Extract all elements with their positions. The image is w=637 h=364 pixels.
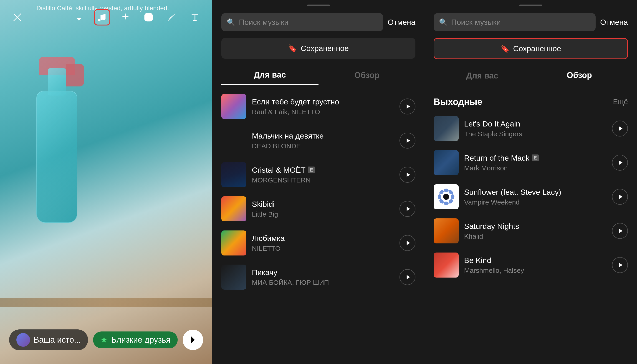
- song-artist: DEAD BLONDE: [252, 142, 394, 150]
- music-item[interactable]: Return of the MackEMark Morrison: [424, 146, 637, 180]
- sparkle-button[interactable]: [117, 9, 134, 26]
- song-artist: Vampire Weekend: [464, 198, 606, 206]
- section-more[interactable]: Ещё: [613, 98, 628, 106]
- song-artist: MORGENSHTERN: [252, 176, 394, 184]
- drag-handle: [520, 4, 542, 6]
- music-button[interactable]: [94, 9, 110, 26]
- your-story-label: Ваша исто...: [34, 335, 81, 345]
- tabs-row: Для вас Обзор: [212, 66, 424, 85]
- table-surface: [0, 298, 212, 307]
- song-artist: Little Big: [252, 210, 394, 218]
- saved-button[interactable]: 🔖 Сохраненное: [434, 38, 628, 59]
- section-title: Выходные: [434, 97, 482, 107]
- music-info: SkibidiLittle Big: [252, 200, 394, 218]
- draw-button[interactable]: [164, 9, 180, 26]
- camera-toolbar: [0, 9, 212, 26]
- cancel-button[interactable]: Отмена: [600, 18, 628, 26]
- play-button[interactable]: [612, 257, 628, 273]
- toolbar-icons: [71, 9, 203, 26]
- play-button[interactable]: [400, 201, 416, 217]
- cancel-button[interactable]: Отмена: [388, 18, 416, 26]
- bookmark-icon: 🔖: [500, 44, 510, 53]
- music-item[interactable]: ЛюбимкаNILETTO: [212, 226, 424, 260]
- saved-label: Сохраненное: [301, 44, 349, 53]
- music-item[interactable]: Мальчик на девяткеDEAD BLONDE: [212, 124, 424, 158]
- music-item[interactable]: Let's Do It AgainThe Staple Singers: [424, 112, 637, 146]
- tab-for-you[interactable]: Для вас: [221, 66, 318, 85]
- play-button[interactable]: [400, 98, 416, 114]
- saved-button[interactable]: 🔖 Сохраненное: [221, 38, 416, 59]
- close-button[interactable]: [9, 9, 26, 26]
- album-art: [434, 184, 459, 209]
- play-button[interactable]: [400, 133, 416, 148]
- explicit-badge: E: [532, 154, 539, 161]
- song-title: Return of the MackE: [464, 154, 606, 162]
- search-bar[interactable]: 🔍 Поиск музыки: [221, 13, 383, 31]
- camera-panel: Distillo Caffè: skillfully roasted, artf…: [0, 0, 212, 364]
- avatar: [16, 333, 30, 347]
- album-art: [221, 264, 246, 290]
- song-title: Пикачу: [252, 268, 394, 277]
- search-bar[interactable]: 🔍 Поиск музыки: [434, 13, 596, 31]
- sticker-button[interactable]: [140, 9, 157, 26]
- music-item[interactable]: ПикачуМИА БОЙКА, ГЮР ШИП: [212, 260, 424, 294]
- song-title: Мальчик на девятке: [252, 132, 394, 140]
- explicit-badge: E: [308, 166, 315, 173]
- song-artist: The Staple Singers: [464, 130, 606, 138]
- svg-point-7: [448, 198, 454, 204]
- star-icon: ★: [100, 335, 108, 345]
- album-art: [221, 94, 246, 119]
- song-artist: NILETTO: [252, 244, 394, 252]
- tab-for-you[interactable]: Для вас: [434, 66, 531, 85]
- music-info: ЛюбимкаNILETTO: [252, 234, 394, 252]
- close-friends-button[interactable]: ★ Близкие друзья: [93, 332, 178, 348]
- bottle-body: [36, 91, 77, 223]
- svg-point-12: [444, 188, 449, 192]
- music-item[interactable]: Sunflower (feat. Steve Lacy)Vampire Week…: [424, 180, 637, 214]
- music-info: Let's Do It AgainThe Staple Singers: [464, 120, 606, 138]
- play-button[interactable]: [612, 223, 628, 239]
- music-item[interactable]: Если тебе будет грустноRauf & Faik, NILE…: [212, 90, 424, 124]
- music-list: Если тебе будет грустноRauf & Faik, NILE…: [212, 90, 424, 364]
- tab-browse[interactable]: Обзор: [531, 66, 628, 85]
- music-item[interactable]: SkibidiLittle Big: [212, 192, 424, 226]
- search-icon: 🔍: [439, 18, 448, 26]
- music-info: Be KindMarshmello, Halsey: [464, 256, 606, 274]
- music-info: Saturday NightsKhalid: [464, 222, 606, 240]
- your-story-button[interactable]: Ваша исто...: [9, 330, 88, 350]
- next-button[interactable]: [183, 330, 203, 350]
- music-item[interactable]: Saturday NightsKhalid: [424, 214, 637, 248]
- music-item[interactable]: Be KindMarshmello, Halsey: [424, 248, 637, 282]
- music-info: ПикачуМИА БОЙКА, ГЮР ШИП: [252, 268, 394, 286]
- search-row: 🔍 Поиск музыки Отмена: [212, 13, 424, 38]
- svg-point-6: [451, 194, 454, 199]
- search-row: 🔍 Поиск музыки Отмена: [424, 13, 637, 38]
- tab-browse-label: Обзор: [567, 70, 592, 80]
- text-button[interactable]: [187, 9, 203, 26]
- play-button[interactable]: [400, 235, 416, 251]
- svg-point-3: [146, 16, 148, 17]
- play-button[interactable]: [612, 155, 628, 170]
- song-title: Skibidi: [252, 200, 394, 208]
- browse-music-list: Let's Do It AgainThe Staple SingersRetur…: [424, 112, 637, 364]
- svg-point-9: [438, 198, 444, 204]
- album-art: [434, 150, 459, 175]
- saved-label: Сохраненное: [513, 44, 561, 53]
- tab-browse-label: Обзор: [354, 70, 380, 80]
- album-art: [434, 116, 459, 141]
- music-item[interactable]: Cristal & МОЁТEMORGENSHTERN: [212, 158, 424, 192]
- search-input[interactable]: Поиск музыки: [239, 18, 288, 26]
- music-info: Return of the MackEMark Morrison: [464, 154, 606, 172]
- play-button[interactable]: [400, 167, 416, 183]
- song-artist: Marshmello, Halsey: [464, 267, 606, 274]
- tab-browse[interactable]: Обзор: [318, 66, 416, 85]
- play-button[interactable]: [612, 120, 628, 136]
- download-button[interactable]: [71, 9, 87, 26]
- tab-for-you-label: Для вас: [466, 71, 498, 80]
- play-button[interactable]: [400, 269, 416, 285]
- play-button[interactable]: [612, 189, 628, 205]
- close-friends-label: Близкие друзья: [111, 335, 170, 345]
- browse-panel: 🔍 Поиск музыки Отмена 🔖 Сохраненное Для …: [424, 0, 637, 364]
- tabs-row: Для вас Обзор: [424, 66, 637, 85]
- search-input[interactable]: Поиск музыки: [451, 18, 501, 26]
